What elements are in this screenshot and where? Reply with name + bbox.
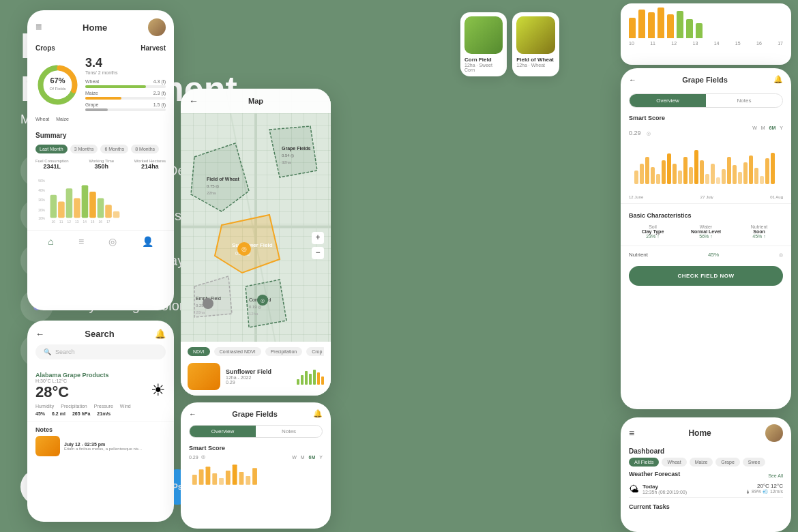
filter-swee[interactable]: Swee xyxy=(743,458,766,467)
svg-rect-104 xyxy=(233,464,237,484)
svg-text:22ha: 22ha xyxy=(207,191,216,195)
pgb-tab-overview[interactable]: Overview xyxy=(190,426,256,437)
grape-tabs[interactable]: Overview Notes xyxy=(629,93,783,108)
home-title: Home xyxy=(83,23,107,33)
map-title: Map xyxy=(248,97,263,105)
filter-maize[interactable]: Maize xyxy=(690,458,713,467)
precip-val: 6.2 ml xyxy=(52,411,65,416)
period-y[interactable]: Y xyxy=(780,125,783,130)
svg-text:0.75 ◎: 0.75 ◎ xyxy=(207,184,219,188)
filter-wheat[interactable]: Wheat xyxy=(662,458,686,467)
map-filter-tabs[interactable]: NDVI Contrasted NDVI Precipitation Crop xyxy=(188,347,324,359)
nav-home-icon[interactable]: ⌂ xyxy=(48,236,53,247)
nav-menu-icon[interactable]: ≡ xyxy=(78,236,84,247)
summary-tabs[interactable]: Last Month 3 Months 6 Months 8 Months xyxy=(27,142,174,156)
basic-chars-grid: Soil Clay Type 23% ↑ Water Normal Level … xyxy=(621,220,791,243)
dashboard-avatar[interactable] xyxy=(765,424,783,442)
harvest-label: Harvest xyxy=(141,44,166,52)
crops-label: Crops xyxy=(35,44,55,52)
dashboard-filters[interactable]: All Fields Wheat Maize Grape Swee xyxy=(621,456,791,468)
svg-rect-75 xyxy=(651,167,655,184)
svg-rect-31 xyxy=(105,205,112,218)
weather-values-row: 45% 6.2 ml 265 hPa 21m/s xyxy=(35,411,166,416)
bell-icon[interactable]: 🔔 xyxy=(155,329,166,339)
hectares-stat: Worked Hectares 214ha xyxy=(134,159,166,170)
bar-10 xyxy=(629,18,636,38)
tab-3months[interactable]: 3 Months xyxy=(70,145,98,153)
note-thumb xyxy=(35,436,60,456)
svg-rect-74 xyxy=(645,157,649,184)
pgb-tab-notes[interactable]: Notes xyxy=(256,426,322,437)
dashboard-menu-icon[interactable]: ≡ xyxy=(629,428,634,439)
pgb-period-tabs[interactable]: W M 6M Y xyxy=(292,455,323,460)
nav-profile-icon[interactable]: 👤 xyxy=(142,236,153,247)
grape-tab-overview[interactable]: Overview xyxy=(630,94,706,107)
svg-text:15: 15 xyxy=(91,220,95,224)
pgb-back-icon[interactable]: ← xyxy=(189,410,196,418)
svg-rect-101 xyxy=(212,473,217,485)
pgb-bell-icon[interactable]: 🔔 xyxy=(313,409,323,418)
period-m[interactable]: M xyxy=(761,125,765,130)
search-bar[interactable]: 🔍 Search xyxy=(35,344,166,359)
period-6m[interactable]: 6M xyxy=(769,125,776,130)
svg-text:11: 11 xyxy=(59,220,63,224)
bar-17 xyxy=(696,23,703,38)
grape-tab-notes[interactable]: Notes xyxy=(706,94,782,107)
pgb-period-6m[interactable]: 6M xyxy=(309,455,316,460)
mini-bars xyxy=(297,368,324,385)
phone-dashboard: ≡ Home Dashboard All Fields Wheat Maize … xyxy=(621,417,791,532)
hamburger-icon[interactable]: ≡ xyxy=(35,21,42,33)
grape-back-icon[interactable]: ← xyxy=(629,76,636,84)
harvest-stats: 3.4 Tons/ 2 months Wheat 4.3 (t) Maize 2… xyxy=(85,56,166,114)
dashboard-title: Home xyxy=(688,428,711,438)
pgb-header: ← Grape Fields 🔔 xyxy=(181,402,331,425)
mtab-precipitation[interactable]: Precipitation xyxy=(265,347,303,356)
svg-text:20ha: 20ha xyxy=(196,310,205,314)
filter-grape[interactable]: Grape xyxy=(715,458,739,467)
home-header: ≡ Home xyxy=(27,10,174,40)
tab-6months[interactable]: 6 Months xyxy=(100,145,128,153)
period-w[interactable]: W xyxy=(752,125,757,130)
svg-rect-73 xyxy=(640,164,644,184)
tab-last-month[interactable]: Last Month xyxy=(35,145,68,153)
svg-text:32ha: 32ha xyxy=(282,160,291,164)
weather-day: Today xyxy=(642,484,687,490)
tab-8months[interactable]: 8 Months xyxy=(131,145,159,153)
mtab-ndvi[interactable]: NDVI xyxy=(188,347,210,356)
period-tabs[interactable]: W M 6M Y xyxy=(752,125,783,130)
see-all-link[interactable]: See All xyxy=(768,473,783,478)
separator-2 xyxy=(621,246,791,246)
pgb-period-m[interactable]: M xyxy=(301,455,305,460)
search-header: ← Search 🔔 xyxy=(27,321,174,344)
pgb-period-y[interactable]: Y xyxy=(319,455,323,460)
map-back-icon[interactable]: ← xyxy=(189,95,198,106)
check-field-button[interactable]: CHECK FIELD NOW xyxy=(629,266,783,286)
summary-stats: Fuel Consumption 2341L Working Time 350h… xyxy=(27,156,174,173)
pgb-tabs[interactable]: Overview Notes xyxy=(189,425,323,438)
mtab-contrasted[interactable]: Contrasted NDVI xyxy=(214,347,261,356)
weather-sun-icon: ☀ xyxy=(151,381,166,400)
pgb-period-w[interactable]: W xyxy=(292,455,297,460)
home-bottom-nav[interactable]: ⌂ ≡ ◎ 👤 xyxy=(27,230,174,252)
time-stat: Working Time 350h xyxy=(89,159,114,170)
svg-rect-92 xyxy=(743,162,748,184)
svg-text:10: 10 xyxy=(52,220,56,224)
wheat-bar-bg xyxy=(85,85,166,88)
svg-rect-25 xyxy=(58,201,65,218)
svg-rect-107 xyxy=(252,468,257,485)
svg-text:0.54 ◎: 0.54 ◎ xyxy=(282,153,294,158)
svg-rect-82 xyxy=(689,167,693,184)
donut-chart: 67% Of Fields xyxy=(35,63,80,107)
wheat-thumb-title: Field of Wheat xyxy=(516,57,555,63)
humidity-val: 45% xyxy=(35,411,45,416)
grape-bell-icon[interactable]: 🔔 xyxy=(773,75,783,84)
filter-all-fields[interactable]: All Fields xyxy=(629,458,659,467)
weather-section: Weather Forecast See All 🌤 Today 12:35h … xyxy=(621,468,791,501)
svg-rect-78 xyxy=(667,153,671,184)
svg-text:13: 13 xyxy=(75,220,79,224)
nav-location-icon[interactable]: ◎ xyxy=(108,236,117,247)
mtab-crop[interactable]: Crop xyxy=(306,347,324,356)
user-avatar[interactable] xyxy=(148,18,166,36)
grape-label: Grape xyxy=(85,102,98,107)
back-icon[interactable]: ← xyxy=(35,329,44,339)
